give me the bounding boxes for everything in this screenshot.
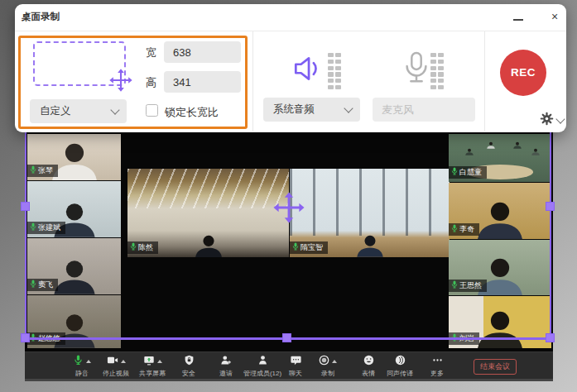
toolbar-item-share-screen[interactable]: 共享屏幕 <box>135 356 170 378</box>
toolbar-item-label: 聊天 <box>278 369 313 378</box>
security-icon <box>184 354 195 369</box>
mic-on-icon <box>130 242 137 253</box>
window-bottom-edge <box>25 379 553 381</box>
participant-tile: 陈然 <box>127 169 289 257</box>
section-divider <box>484 31 485 131</box>
rec-button[interactable]: REC <box>500 50 546 96</box>
video-grid: 张琴张建斌窦飞赵悠悠陈然隋宝智白慧童李奇王思然刘岩 <box>25 128 553 351</box>
participant-tile: 王思然 <box>449 240 551 295</box>
height-input[interactable] <box>164 71 241 93</box>
participant-tile: 隋宝智 <box>290 169 450 257</box>
move-region-icon-small[interactable] <box>109 69 132 95</box>
mic-level-meter <box>430 53 444 89</box>
resize-handle-bottom-left[interactable] <box>21 333 30 342</box>
move-region-icon[interactable] <box>273 192 305 227</box>
section-divider <box>252 31 253 131</box>
system-audio-select[interactable]: 系统音频 <box>263 98 360 122</box>
mic-on-icon <box>451 333 458 344</box>
speaker-icon <box>291 51 325 89</box>
participant-name: 隋宝智 <box>301 243 323 252</box>
resize-handle-left[interactable] <box>21 202 30 211</box>
caret-up-icon[interactable] <box>121 360 126 363</box>
height-label: 高 <box>146 75 156 90</box>
toolbar-item-record[interactable]: 录制 <box>310 356 345 378</box>
participant-name-tag: 张建斌 <box>27 222 65 234</box>
width-label: 宽 <box>146 45 156 60</box>
participant-tile: 赵悠悠 <box>27 295 121 348</box>
toolbar-item-mute[interactable]: 静音 <box>65 356 99 378</box>
speaker-level-meter <box>328 53 341 89</box>
participant-tile: 白慧童 <box>449 134 551 182</box>
toolbar-item-emoji[interactable]: 表情 <box>351 356 386 378</box>
participant-name-tag: 王思然 <box>449 280 487 292</box>
end-meeting-button[interactable]: 结束会议 <box>474 359 517 375</box>
mic-on-icon <box>451 167 458 178</box>
toolbar-item-interpretation[interactable]: 同声传译 <box>382 356 417 378</box>
microphone-icon <box>401 50 432 88</box>
toolbar-item-more[interactable]: 更多 <box>420 356 454 378</box>
participant-name-tag: 陈然 <box>127 241 158 254</box>
participant-name-tag: 刘岩 <box>449 332 479 345</box>
width-input[interactable] <box>164 41 241 63</box>
meeting-window: 张琴张建斌窦飞赵悠悠陈然隋宝智白慧童李奇王思然刘岩 静音停止视频共享屏幕安全邀请… <box>25 128 553 381</box>
participant-tile: 刘岩 <box>449 296 551 348</box>
participant-name: 张建斌 <box>38 223 60 232</box>
mic-on-icon <box>451 280 458 291</box>
share-screen-icon <box>143 354 155 369</box>
toolbar-item-label: 表情 <box>351 369 386 378</box>
lock-aspect-checkbox[interactable] <box>146 104 158 117</box>
participant-tile: 李奇 <box>449 183 551 239</box>
participant-name: 王思然 <box>459 281 482 290</box>
participant-name: 张琴 <box>38 166 53 175</box>
participant-name: 白慧童 <box>459 168 482 177</box>
toolbar-item-security[interactable]: 安全 <box>171 356 206 378</box>
toolbar-item-label: 同声传译 <box>382 369 417 378</box>
resize-handle-bottom-right[interactable] <box>546 333 555 342</box>
toolbar-item-label: 停止视频 <box>99 369 133 378</box>
record-icon <box>319 354 329 369</box>
participant-name-tag: 赵悠悠 <box>27 332 65 345</box>
resize-handle-bottom-center[interactable] <box>282 333 291 342</box>
participant-name: 李奇 <box>459 225 474 234</box>
close-button[interactable]: × <box>546 7 564 26</box>
participant-name-tag: 隋宝智 <box>290 241 328 254</box>
system-audio-value: 系统音频 <box>273 103 345 117</box>
participant-name: 窦飞 <box>38 280 53 289</box>
mic-on-icon <box>30 165 36 176</box>
toolbar-item-stop-video[interactable]: 停止视频 <box>99 356 133 378</box>
chevron-down-icon <box>555 114 565 123</box>
mic-on-icon <box>292 242 299 253</box>
toolbar-item-label: 录制 <box>310 369 345 378</box>
participant-name-tag: 李奇 <box>449 223 479 236</box>
interpretation-icon <box>395 354 406 369</box>
participant-name: 陈然 <box>138 243 153 252</box>
mic-on-icon <box>30 333 36 344</box>
caret-up-icon[interactable] <box>86 360 91 363</box>
mic-on-icon <box>451 224 458 235</box>
participant-name-tag: 窦飞 <box>27 279 58 291</box>
minimize-button[interactable] <box>510 12 527 26</box>
more-icon <box>432 354 443 369</box>
screen-recorder-panel: 桌面录制 × 宽 高 自定义 锁定长宽比 <box>15 4 566 132</box>
toolbar-item-label: 共享屏幕 <box>135 369 170 378</box>
stop-video-icon <box>107 354 118 369</box>
resize-handle-right[interactable] <box>546 202 555 211</box>
toolbar-item-chat[interactable]: 聊天 <box>278 356 313 378</box>
participant-tile: 张琴 <box>27 134 121 180</box>
chevron-down-icon <box>110 105 119 114</box>
participant-tile: 张建斌 <box>27 181 121 237</box>
desktop: 张琴张建斌窦飞赵悠悠陈然隋宝智白慧童李奇王思然刘岩 静音停止视频共享屏幕安全邀请… <box>0 0 577 392</box>
caret-up-icon[interactable] <box>157 360 162 363</box>
participant-tile: 窦飞 <box>27 238 121 294</box>
microphone-input[interactable] <box>373 98 475 122</box>
chevron-down-icon <box>344 103 353 112</box>
mic-on-icon <box>30 222 36 233</box>
participant-name: 刘岩 <box>459 334 474 343</box>
settings-control[interactable] <box>540 112 564 129</box>
caret-up-icon[interactable] <box>332 360 337 363</box>
manage-members-icon <box>257 354 268 369</box>
chat-icon <box>291 354 301 369</box>
size-preset-select[interactable]: 自定义 <box>30 99 127 123</box>
panel-title: 桌面录制 <box>22 11 60 23</box>
emoji-icon <box>363 354 374 369</box>
